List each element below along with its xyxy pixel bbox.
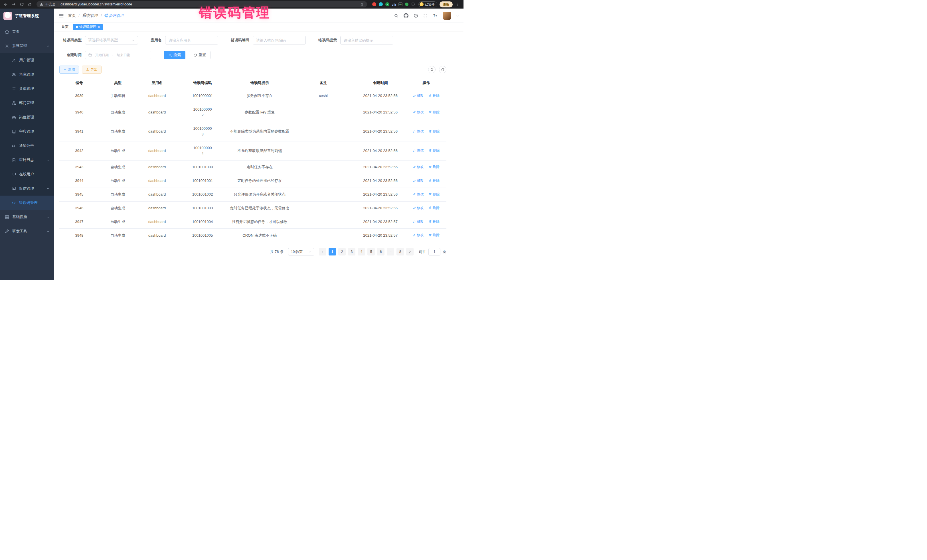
prev-page-button[interactable] [319, 248, 326, 255]
github-icon[interactable] [404, 13, 409, 18]
sidebar-item-dict[interactable]: 字典管理 [0, 124, 54, 138]
sidebar-item-notice[interactable]: 通知公告 [0, 138, 54, 153]
page-ellipsis[interactable]: ··· [387, 248, 394, 255]
page-button[interactable]: 6 [377, 248, 384, 255]
page-button[interactable]: 2 [338, 248, 346, 255]
add-button[interactable]: 新增 [59, 65, 79, 74]
view-tag[interactable]: 首页 [59, 24, 71, 30]
error-code-input[interactable] [253, 36, 306, 44]
sidebar-item-infra[interactable]: 基础设施 [0, 210, 54, 224]
edit-link[interactable]: 修改 [413, 164, 424, 170]
update-button[interactable]: 更新 [439, 2, 453, 8]
reset-button[interactable]: 重置 [189, 51, 211, 59]
sidebar-item-post[interactable]: 岗位管理 [0, 110, 54, 124]
cell-type: 自动生成 [99, 122, 136, 141]
cell-memo [292, 160, 355, 174]
delete-icon [429, 165, 432, 168]
sidebar-item-audit-log[interactable]: 审计日志 [0, 153, 54, 167]
extensions-cluster: V on [372, 2, 415, 6]
extension-icon[interactable] [372, 2, 376, 6]
page-size-select[interactable]: 10条/页 [288, 248, 314, 255]
sidebar-item-role[interactable]: 角色管理 [0, 67, 54, 82]
delete-link[interactable]: 删除 [429, 219, 439, 225]
delete-link[interactable]: 删除 [429, 93, 439, 99]
browser-menu-icon[interactable] [455, 2, 460, 7]
edit-link[interactable]: 修改 [413, 129, 424, 134]
forward-button[interactable] [11, 2, 17, 7]
delete-link[interactable]: 删除 [429, 205, 439, 211]
sidebar-item-error-code[interactable]: 错误码管理 [0, 196, 54, 210]
hamburger-icon[interactable] [59, 13, 64, 18]
avatar[interactable] [443, 12, 451, 20]
edit-link[interactable]: 修改 [413, 93, 424, 99]
sidebar-item-dev-tools[interactable]: 研发工具 [0, 224, 54, 238]
cell-operations: 修改 删除 [406, 174, 447, 188]
delete-link[interactable]: 删除 [429, 129, 439, 134]
reload-button[interactable] [19, 2, 24, 7]
view-tag[interactable]: 错误码管理× [73, 24, 103, 30]
help-icon[interactable] [413, 14, 418, 18]
goto-page-input[interactable] [429, 248, 441, 255]
delete-link[interactable]: 删除 [429, 178, 439, 183]
address-bar[interactable]: 不安全 | dashboard.yudao.iocoder.cn/system/… [36, 1, 367, 8]
page-button[interactable]: 8 [397, 248, 404, 255]
sidebar-item-user[interactable]: 用户管理 [0, 53, 54, 67]
bookmark-star-icon[interactable] [360, 2, 364, 6]
delete-link[interactable]: 删除 [429, 109, 439, 115]
delete-link[interactable]: 删除 [429, 148, 439, 153]
edit-link[interactable]: 修改 [413, 178, 424, 183]
extension-label: V [386, 3, 388, 6]
export-button[interactable]: 导出 [82, 65, 102, 74]
chevron-up-icon [47, 44, 50, 48]
sidebar-item-online-user[interactable]: 在线用户 [0, 167, 54, 181]
edit-link[interactable]: 修改 [413, 191, 424, 197]
back-button[interactable] [3, 2, 9, 7]
edit-link[interactable]: 修改 [413, 232, 424, 238]
edit-link[interactable]: 修改 [413, 205, 424, 211]
caret-down-icon[interactable] [456, 14, 459, 17]
extension-icon[interactable]: V [385, 2, 389, 6]
error-msg-input[interactable] [340, 36, 393, 44]
sidebar-item-sms[interactable]: 短信管理 [0, 181, 54, 196]
cell-time: 2021-04-20 23:52:56 [354, 122, 406, 141]
page-button[interactable]: 4 [358, 248, 365, 255]
font-size-icon[interactable]: TT [433, 14, 438, 18]
sidebar-item-home[interactable]: 首页 [0, 24, 54, 39]
edit-link[interactable]: 修改 [413, 219, 424, 225]
app-name-input[interactable] [165, 36, 218, 44]
edit-link[interactable]: 修改 [413, 109, 424, 115]
toggle-search-icon[interactable] [428, 66, 436, 73]
sidebar-item-system[interactable]: 系统管理 [0, 39, 54, 53]
extension-icon[interactable] [392, 2, 396, 6]
close-icon[interactable]: × [98, 25, 100, 29]
search-button[interactable]: 搜索 [164, 51, 185, 59]
search-icon[interactable] [394, 14, 398, 18]
error-type-select[interactable]: 请选择错误码类型 [85, 36, 138, 44]
page-button[interactable]: 3 [348, 248, 356, 255]
delete-link[interactable]: 删除 [429, 232, 439, 238]
delete-link[interactable]: 删除 [429, 164, 439, 170]
edit-icon [413, 94, 416, 97]
sidebar-item-menu[interactable]: 菜单管理 [0, 82, 54, 96]
extension-icon[interactable]: on [398, 2, 403, 6]
extension-icon[interactable] [379, 2, 383, 6]
cell-id: 3939 [59, 89, 99, 103]
extension-icon[interactable] [405, 3, 409, 6]
cell-id: 3941 [59, 122, 99, 141]
breadcrumb-item[interactable]: 系统管理 [82, 13, 98, 18]
browser-home-button[interactable] [27, 2, 32, 7]
fullscreen-icon[interactable] [423, 14, 427, 18]
date-range-picker[interactable]: 开始日期 - 结束日期 [85, 51, 151, 59]
next-page-button[interactable] [406, 248, 413, 255]
edit-link[interactable]: 修改 [413, 148, 424, 153]
sidebar-item-dept[interactable]: 部门管理 [0, 96, 54, 110]
svg-text:T: T [433, 14, 435, 17]
cell-app: dashboard [136, 201, 178, 215]
delete-link[interactable]: 删除 [429, 191, 439, 197]
page-button[interactable]: 5 [368, 248, 375, 255]
profile-chip[interactable]: 已暂停 [418, 2, 437, 8]
breadcrumb-item[interactable]: 首页 [68, 13, 76, 18]
refresh-icon[interactable] [439, 66, 447, 73]
page-button[interactable]: 1 [328, 248, 336, 255]
extensions-puzzle-icon[interactable] [411, 2, 415, 6]
